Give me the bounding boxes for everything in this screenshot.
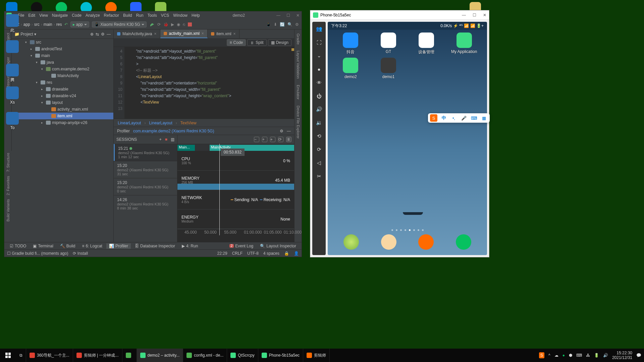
tray-network-icon[interactable]: 🖧	[586, 353, 590, 358]
emu-power-button[interactable]: ⏻	[315, 92, 323, 100]
zoom-out-icon[interactable]: −	[254, 137, 259, 142]
emulator-titlebar[interactable]: Phone-5b15a5ec — ☐ ✕	[310, 10, 489, 20]
emu-camera-button[interactable]: ✂	[315, 172, 323, 181]
memory-lane[interactable]: MEMORY256 MB 45.4 MB	[177, 171, 294, 190]
tray-volume-icon[interactable]: 🔊	[603, 353, 608, 358]
ide-titlebar[interactable]: FileEditViewNavigateCodeAnalyzeRefactorB…	[4, 11, 302, 19]
energy-lane[interactable]: ENERGYMedium None	[177, 209, 294, 229]
zoom-reset-icon[interactable]: ⌖	[270, 137, 275, 142]
debug-icon[interactable]: 🐞	[163, 22, 168, 27]
profiler-timeline[interactable]: − + ⌖ ⟳ ⏸ Main... MainActivity CPU100 % …	[177, 135, 294, 242]
path-crumb[interactable]: res	[56, 22, 62, 27]
network-lane[interactable]: NETWORK4 B/s ━ Sending: N/A ━ Receiving:…	[177, 190, 294, 209]
task-view-button[interactable]: ⧉	[16, 349, 26, 362]
tree-item[interactable]: ▾com.example.demo2	[12, 66, 113, 72]
tree-item[interactable]: ▾src	[12, 39, 113, 46]
app-icon[interactable]: GT	[370, 33, 407, 55]
device-explorer-tab[interactable]: Device File Explorer	[296, 104, 300, 140]
menu-view[interactable]: View	[38, 12, 49, 18]
minimize-icon[interactable]: —	[462, 13, 466, 17]
tree-item[interactable]: activity_main.xml	[12, 106, 113, 113]
close-tab-icon[interactable]: ×	[233, 32, 236, 36]
run-config-selector[interactable]: ▸ app	[70, 21, 89, 27]
tree-item[interactable]: ▾main	[12, 52, 113, 59]
tray-wechat-icon[interactable]: ●	[562, 353, 565, 358]
warning-marker[interactable]	[291, 48, 294, 51]
taskbar-app[interactable]: 剪辑师 | 一分钟成...	[73, 349, 122, 362]
avd-manager-icon[interactable]: 📱	[266, 22, 271, 27]
taskbar-clock[interactable]: 15:22:302021/12/31	[612, 351, 632, 360]
go-live-icon[interactable]: ⟳	[278, 137, 283, 142]
emulator-tool-tab[interactable]: Emulator	[296, 83, 300, 102]
emu-fullscreen-button[interactable]: ⛶	[315, 38, 323, 47]
taskbar-app[interactable]: 360导航_一个主...	[26, 349, 73, 362]
app-icon[interactable]: My Application	[446, 33, 482, 55]
apply-changes-icon[interactable]: ⟳	[157, 22, 161, 27]
dock-app[interactable]	[343, 234, 359, 250]
menu-navigate[interactable]: Navigate	[51, 12, 69, 18]
emu-more-button[interactable]: ⌄	[315, 51, 323, 60]
taskbar-app[interactable]: 剪辑师	[303, 349, 330, 362]
menu-run[interactable]: Run	[135, 12, 145, 18]
menu-code[interactable]: Code	[70, 12, 83, 18]
start-button[interactable]	[0, 349, 16, 362]
desktop-icon[interactable]: Xs	[1, 86, 24, 105]
tree-item[interactable]: ▸drawable	[12, 86, 113, 93]
dock-app[interactable]	[381, 234, 396, 250]
maximize-icon[interactable]: ☐	[473, 13, 476, 17]
dock-app[interactable]	[456, 234, 471, 250]
tray-ime-icon[interactable]: ⌨	[576, 353, 582, 358]
editor-tab[interactable]: MainActivity.java×	[114, 29, 160, 38]
profiler-session[interactable]: 14:26demo2 (Xiaomi Redmi K30 5G)8 min 38…	[114, 195, 177, 212]
minimize-icon[interactable]: —	[276, 13, 280, 18]
close-icon[interactable]: ✕	[296, 13, 300, 18]
code-editor[interactable]: 45678910111213 "ns">android:"attr">layou…	[114, 47, 294, 119]
tree-item[interactable]: MainActivity	[12, 72, 113, 79]
profile-icon[interactable]: ◉	[177, 22, 180, 27]
notifications-icon[interactable]: 💬	[636, 353, 641, 358]
taskbar-app[interactable]: demo2 – activity...	[137, 349, 183, 362]
menu-tools[interactable]: Tools	[146, 12, 158, 18]
layout-validation-tab[interactable]: Layout Validation	[296, 49, 300, 81]
emu-group-button[interactable]: 👥	[315, 24, 323, 33]
todo-tool-button[interactable]: ☑ TODO	[7, 243, 29, 249]
tray-battery-icon[interactable]: 🔋	[594, 353, 599, 358]
attach-debugger-icon[interactable]: ⎋	[183, 22, 185, 27]
design-view-button[interactable]: ▦ Design	[268, 39, 291, 46]
caret-position[interactable]: 22:29	[217, 251, 227, 256]
zoom-in-icon[interactable]: +	[262, 137, 267, 142]
taskbar-app[interactable]: config.xml - de...	[183, 349, 227, 362]
menu-window[interactable]: Window	[172, 12, 189, 18]
profiler-session[interactable]: 15:20demo2 (Xiaomi Redmi K30 5G)31 sec	[114, 161, 177, 178]
run-button[interactable]	[149, 22, 155, 27]
hide-icon[interactable]: —	[287, 129, 291, 133]
tree-item[interactable]: ▾res	[12, 79, 113, 86]
locate-icon[interactable]: ⊕	[90, 32, 94, 37]
ime-voice-icon[interactable]: 🎤	[460, 114, 468, 122]
gradle-tool-tab[interactable]: Gradle	[296, 32, 300, 47]
add-session-icon[interactable]: +	[159, 137, 162, 142]
layout-inspector-button[interactable]: 🔍 Layout Inspector	[257, 243, 299, 249]
emu-record-button[interactable]: ●	[315, 65, 323, 73]
split-view-button[interactable]: ⫼ Split	[247, 39, 266, 46]
ime-toolbar[interactable]: S 中 •, 🎤 ⌨ ▦	[428, 113, 490, 123]
ime-punct-icon[interactable]: •,	[450, 114, 458, 122]
tray-sogou-icon[interactable]: S	[539, 352, 544, 358]
menu-help[interactable]: Help	[190, 12, 201, 18]
sdk-manager-icon[interactable]: ⬇	[274, 22, 277, 27]
device-selector[interactable]: 📱 Xiaomi Redmi K30 5G	[92, 21, 147, 27]
logcat-tool-button[interactable]: ≡ 6: Logcat	[79, 243, 105, 249]
emu-back-button[interactable]: ◁	[315, 159, 323, 167]
desktop-icon[interactable]: 此	[1, 14, 24, 33]
ime-logo-icon[interactable]: S	[430, 114, 437, 122]
editor-tab[interactable]: item.xml×	[208, 29, 239, 38]
collapse-icon[interactable]: ⇆	[96, 32, 99, 37]
emu-vol_up-button[interactable]: 🔊	[315, 105, 323, 114]
hide-icon[interactable]: —	[107, 32, 111, 37]
dock-app[interactable]	[418, 234, 434, 250]
profiler-session[interactable]: 15:21demo2 (Xiaomi Redmi K30 5G)1 min 12…	[114, 144, 177, 161]
file-encoding[interactable]: UTF-8	[247, 251, 259, 256]
emu-visibility-button[interactable]: 👁	[315, 78, 323, 87]
profiler-target[interactable]: com.example.demo2 (Xiaomi Redmi K30 5G)	[133, 129, 214, 133]
settings-icon[interactable]: ⚙	[295, 22, 299, 27]
